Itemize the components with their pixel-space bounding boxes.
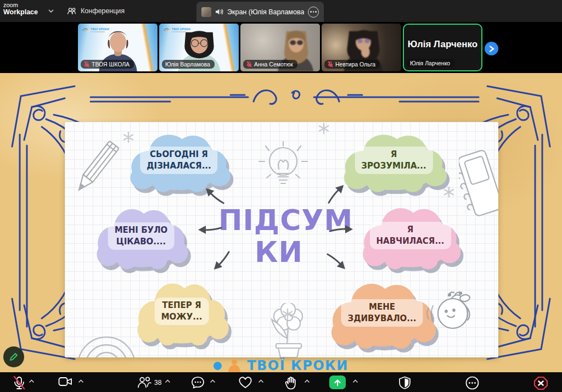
video-thumbnail-strip: ТВОЇ КРОКИ ТВОЯ ШКОЛА ТВОЇ [0,22,562,73]
more-icon [465,376,479,390]
chat-button[interactable] [191,376,205,389]
rainbow-doodle [75,333,139,357]
chat-icon [191,376,205,389]
avatar [201,7,211,17]
slide-title-line2: КИ [218,236,339,268]
tab-more-icon[interactable] [308,7,319,18]
top-tab-bar: zoom Workplace Конференция Экран (Юлія В… [0,0,562,22]
lightbulb-doodle [251,138,314,193]
participants-button[interactable]: 38 [137,376,161,389]
logo-dot-icon [213,362,222,370]
mic-muted-icon [12,376,25,390]
chevron-down-icon[interactable] [48,9,54,13]
mic-muted-icon [328,61,333,68]
cloud-label: СЬОГОДНІ ЯДІЗНАЛАСЯ... [140,147,217,174]
cloud-i-was-surprised: МЕНЕЗДИВУВАЛО... [325,276,439,352]
chevron-up-icon[interactable] [78,379,84,383]
participants-icon [67,7,76,15]
video-tile-larchenko-active-speaker[interactable]: Юлія Ларченко Юлія Ларченко [403,24,482,71]
cloud-label: ЯНАВЧИЛАСЯ... [370,222,451,249]
camera-off-display-name: Юлія Ларченко [404,39,481,50]
next-participants-button[interactable] [485,42,498,55]
video-icon [58,376,72,387]
security-shield-icon [398,376,411,389]
slide-title-line1: ПІДСУМ [218,204,339,236]
chevron-up-icon[interactable] [258,379,264,383]
tile-bg-logo: ТВОЇ КРОКИ [164,27,190,32]
shared-screen-content: ПІДСУМ КИ СЬОГОДНІ ЯДІЗНАЛАСЯ... [0,73,562,372]
logo-person-icon [227,359,241,372]
chevron-up-icon[interactable] [304,379,310,383]
cloud-i-understood: ЯЗРОЗУМІЛА... [338,128,450,195]
tab-meeting[interactable]: Конференция [67,0,125,22]
participant-nameplate: Юлія Варламова [162,60,215,69]
reactions-button[interactable] [238,376,252,389]
annotate-button[interactable] [3,346,24,367]
share-screen-button[interactable] [329,376,346,389]
raise-hand-button[interactable] [284,376,297,390]
slide-paper: ПІДСУМ КИ СЬОГОДНІ ЯДІЗНАЛАСЯ... [65,122,498,357]
logo-line1: zoom [3,2,38,9]
chevron-up-icon[interactable] [29,379,35,383]
participant-nameplate: ТВОЯ ШКОЛА [81,60,134,69]
sparkle-doodle [282,309,293,320]
zoom-meeting-window: zoom Workplace Конференция Экран (Юлія В… [0,0,562,392]
tile-bg-logo: ТВОЇ КРОКИ [82,27,109,32]
cloud-i-was-interested: МЕНІ БУЛОЦІКАВО.... [91,202,191,272]
video-button[interactable] [58,376,72,387]
participant-name: Анна Семотюк [254,61,293,68]
cloud-now-i-can: ТЕПЕР ЯМОЖУ... [132,276,232,349]
more-button[interactable] [465,376,479,390]
participants-icon [137,376,151,389]
cloud-label: МЕНЕЗДИВУВАЛО... [341,299,423,327]
chevron-right-icon [489,46,494,52]
meeting-toolbar: 38 [0,372,562,392]
cloud-today-i-learned: СЬОГОДНІ ЯДІЗНАЛАСЯ... [124,128,234,195]
tile-bg-logo-text: ТВОЇ КРОКИ [91,27,109,31]
share-screen-icon [329,376,346,389]
video-tile-varlamova[interactable]: ТВОЇ КРОКИ Юлія Варламова [159,24,239,71]
chevron-up-icon[interactable] [210,379,216,383]
cloud-label: МЕНІ БУЛОЦІКАВО.... [108,222,175,250]
slide-title: ПІДСУМ КИ [218,204,339,268]
pencil-icon [9,352,19,362]
zoom-workplace-logo: zoom Workplace [3,2,38,16]
slide-footer-logo: ТВОЇ КРОКИ [0,358,562,372]
participant-nameplate: Анна Семотюк [243,60,297,69]
reactions-heart-icon [238,376,252,389]
raise-hand-icon [284,376,297,390]
tab-screen-share[interactable]: Экран (Юлія Варламова) [196,2,324,22]
participant-name: Юлія Варламова [165,61,210,68]
logo-line2: Workplace [3,9,38,16]
end-meeting-icon [533,376,548,390]
sparkle-doodle [443,187,454,198]
mute-button[interactable] [12,376,25,390]
tab-screen-label: Экран (Юлія Варламова) [227,8,304,16]
participant-nameplate: Юлія Ларченко [407,59,454,68]
cloud-label: ТЕПЕР ЯМОЖУ... [155,298,209,325]
chevron-up-icon[interactable] [352,379,358,383]
sparkle-doodle [123,132,134,143]
video-tile-nevtyra[interactable]: Невтира Ольга [322,24,401,71]
participant-name: ТВОЯ ШКОЛА [92,61,130,68]
end-meeting-button[interactable] [533,376,548,390]
security-button[interactable] [398,376,411,389]
video-tile-tvoya-shkola[interactable]: ТВОЇ КРОКИ ТВОЯ ШКОЛА [78,24,158,71]
video-tile-semotiuk[interactable]: Анна Семотюк [240,24,320,71]
notebook-doodle [459,148,498,222]
participant-nameplate: Невтира Ольга [324,60,380,69]
mic-muted-icon [246,61,252,68]
participant-name: Юлія Ларченко [410,60,450,66]
tab-meeting-label: Конференция [81,7,125,15]
tile-bg-logo-text: ТВОЇ КРОКИ [172,27,190,31]
pencil-doodle [66,134,126,203]
bee-doodle [424,289,478,333]
cloud-label: ЯЗРОЗУМІЛА... [355,147,432,174]
arrow-right [328,224,353,235]
mic-muted-icon [84,61,89,68]
footer-logo-text: ТВОЇ КРОКИ [247,358,349,372]
speaker-icon [215,8,223,15]
sparkle-doodle [318,123,329,134]
cloud-i-learned-to: ЯНАВЧИЛАСЯ... [357,201,464,272]
chevron-up-icon[interactable] [165,379,171,383]
